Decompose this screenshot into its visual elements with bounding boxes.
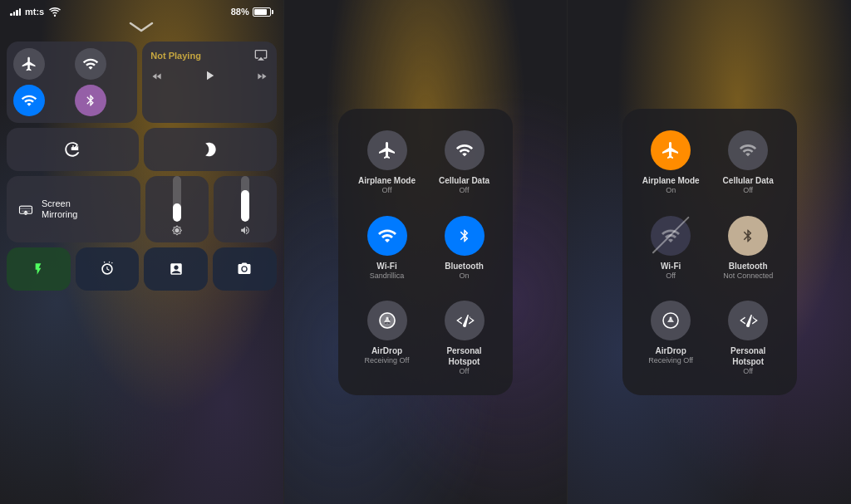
play-button[interactable] (202, 68, 217, 86)
control-center-content: Not Playing (0, 37, 283, 296)
signal-bar-3 (16, 10, 18, 16)
airplane-icon (21, 56, 37, 72)
bluetooth-item-2[interactable]: Bluetooth On (426, 204, 503, 290)
calculator-button[interactable] (144, 247, 208, 291)
cellular-data-icon-3 (728, 130, 768, 170)
timer-button[interactable] (76, 247, 140, 291)
hotspot-sublabel-3: Off (743, 367, 753, 377)
hotspot-label-3: Personal Hotspot (716, 345, 780, 367)
volume-slider[interactable] (214, 176, 277, 242)
svg-point-8 (670, 317, 672, 320)
airdrop-label-3: AirDrop (656, 345, 686, 356)
svg-rect-1 (71, 147, 75, 150)
signal-bar-2 (13, 12, 16, 16)
airplane-mode-sublabel-2: Off (382, 186, 392, 196)
bluetooth-icon-3 (728, 216, 768, 256)
screen-mirroring-button[interactable]: ScreenMirroring (7, 176, 140, 242)
fast-forward-button[interactable] (255, 71, 268, 85)
camera-icon (235, 262, 253, 276)
connectivity-block (7, 42, 137, 123)
wifi-status-icon (49, 7, 61, 17)
wifi-item-3[interactable]: Wi-Fi Off (632, 204, 710, 290)
panel2-content: Airplane Mode Off Cellular Data Off (284, 0, 568, 504)
bluetooth-button[interactable] (75, 85, 106, 116)
connectivity-card-3: Airplane Mode On Cellular Data Off (622, 109, 797, 395)
hotspot-item-2[interactable]: Personal Hotspot Off (426, 289, 503, 385)
airplane-mode-icon-3 (651, 130, 691, 170)
cellular-data-icon-2 (445, 130, 485, 170)
wifi-item-2[interactable]: Wi-Fi Sandrillica (348, 204, 426, 290)
brightness-slider[interactable] (145, 176, 209, 242)
airplane-mode-button[interactable] (13, 48, 45, 80)
media-player: Not Playing (142, 42, 276, 123)
brightness-icon (171, 225, 183, 236)
flashlight-button[interactable] (7, 247, 71, 291)
airdrop-icon-3 (651, 301, 691, 340)
hotspot-label-2: Personal Hotspot (432, 345, 496, 367)
status-left: mt:s (10, 7, 61, 17)
airplane-mode-label-3: Airplane Mode (642, 175, 700, 186)
wifi-icon-3 (651, 216, 691, 256)
battery-percent: 88% (231, 7, 249, 17)
second-row (7, 128, 277, 171)
volume-icon (239, 225, 252, 236)
panel3-content: Airplane Mode On Cellular Data Off (568, 0, 851, 504)
connectivity-grid-2: Airplane Mode Off Cellular Data Off (348, 119, 503, 385)
rotation-lock-icon (64, 140, 82, 159)
chevron-icon[interactable] (0, 22, 283, 37)
airplay-icon[interactable] (253, 48, 268, 63)
wifi-label-3: Wi-Fi (661, 261, 681, 272)
status-right: 88% (231, 7, 273, 17)
airdrop-item-2[interactable]: AirDrop Receiving Off (348, 289, 426, 385)
wifi-sublabel-3: Off (666, 272, 676, 281)
cellular-data-button[interactable] (75, 48, 106, 80)
media-controls (150, 68, 268, 86)
hotspot-icon-2 (445, 301, 485, 340)
camera-button[interactable] (213, 247, 277, 291)
cellular-data-sublabel-2: Off (460, 186, 470, 196)
svg-rect-3 (25, 213, 27, 215)
do-not-disturb-button[interactable] (144, 128, 276, 171)
airdrop-item-3[interactable]: AirDrop Receiving Off (632, 289, 710, 385)
hotspot-icon-3 (728, 301, 768, 340)
control-center-panel-2: Airplane Mode Off Cellular Data Off (283, 0, 568, 504)
status-bar: mt:s 88% (0, 0, 283, 20)
bluetooth-label-2: Bluetooth (445, 261, 484, 272)
airplane-mode-item-3[interactable]: Airplane Mode On (632, 119, 710, 204)
timer-icon (99, 261, 116, 277)
screen-mirror-icon (17, 202, 35, 217)
top-row: Not Playing (7, 42, 277, 123)
bluetooth-item-3[interactable]: Bluetooth Not Connected (710, 204, 787, 290)
svg-point-6 (386, 317, 388, 320)
wifi-label-2: Wi-Fi (376, 261, 396, 272)
airdrop-label-2: AirDrop (371, 345, 402, 356)
cellular-data-sublabel-3: Off (743, 186, 753, 196)
battery-icon (253, 7, 273, 17)
airplane-mode-item-2[interactable]: Airplane Mode Off (348, 119, 426, 204)
iphone-control-center: mt:s 88% (0, 0, 283, 504)
signal-bars (10, 7, 21, 16)
screen-mirroring-label: ScreenMirroring (42, 198, 77, 220)
cellular-data-item-3[interactable]: Cellular Data Off (710, 119, 787, 204)
hotspot-sublabel-2: Off (460, 367, 470, 377)
airplane-mode-icon-2 (367, 130, 407, 170)
connectivity-card-2: Airplane Mode Off Cellular Data Off (338, 109, 513, 395)
carrier-label: mt:s (25, 7, 44, 17)
rotation-lock-button[interactable] (7, 128, 139, 171)
control-center-panel-3: Airplane Mode On Cellular Data Off (567, 0, 851, 504)
tools-row (7, 247, 277, 291)
airdrop-sublabel-2: Receiving Off (365, 356, 410, 366)
cellular-data-label-2: Cellular Data (439, 175, 489, 186)
bluetooth-label-3: Bluetooth (729, 261, 768, 272)
airplane-mode-sublabel-3: On (666, 186, 676, 196)
bluetooth-sublabel-3: Not Connected (723, 272, 773, 281)
wifi-button[interactable] (13, 85, 45, 116)
airplane-mode-label-2: Airplane Mode (358, 175, 416, 186)
signal-bar-4 (19, 8, 22, 16)
airdrop-icon-2 (367, 301, 407, 340)
wifi-icon-2 (367, 216, 407, 256)
cellular-data-item-2[interactable]: Cellular Data Off (426, 119, 503, 204)
hotspot-item-3[interactable]: Personal Hotspot Off (710, 289, 787, 385)
wifi-sublabel-2: Sandrillica (370, 272, 405, 281)
rewind-button[interactable] (150, 71, 164, 85)
